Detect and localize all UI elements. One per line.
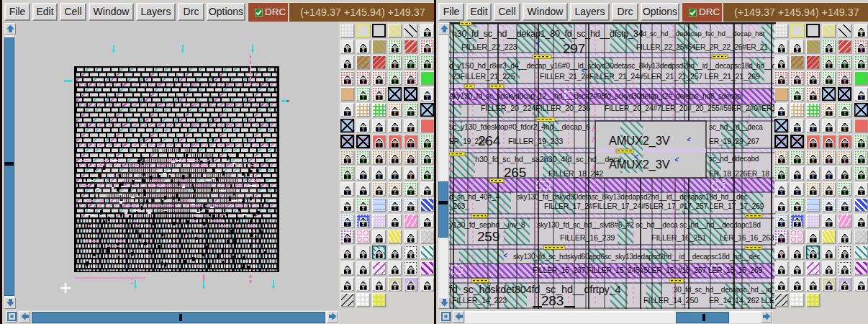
svg-text:h30_fd_sc_hd__sa2h30_4fd_sc_hd: h30_fd_sc_hd__sa2h30_4fd_sc_hd__deca	[475, 155, 622, 163]
svg-text:sc_hd__d__deca: sc_hd__d__deca	[709, 123, 763, 131]
svg-text:d_sc_hd_40#_4: d_sc_hd_40#_4	[449, 193, 499, 201]
svg-text:FILLER_16_251: FILLER_16_251	[651, 233, 706, 242]
svg-text:FILLER_14_250: FILLER_14_250	[643, 296, 698, 305]
svg-text:23FILLER_21_225: 23FILLER_21_225	[452, 72, 515, 81]
svg-text:sc_hd_ddecabd: sc_hd_ddecabd	[709, 155, 759, 163]
svg-text:AMUX2_3V: AMUX2_3V	[609, 158, 670, 171]
svg-text:259: 259	[477, 229, 499, 244]
svg-text:FILLER_22_223: FILLER_22_223	[461, 42, 517, 51]
svg-text:FILLER_20_224FILLER_20_236: FILLER_20_224FILLER_20_236	[481, 104, 590, 112]
svg-text:fd_sc_hdskdet804fd_sc_hd__dfrt: fd_sc_hdskdet804fd_sc_hd__dfrtpy_4	[449, 284, 620, 295]
svg-text:ER_14_14_262 LLER_14: ER_14_14_262 LLER_14	[709, 297, 776, 305]
svg-text:FILLER_22_25#54ER_2R_22_26#ER_: FILLER_22_25#54ER_2R_22_26#ER_21	[636, 43, 768, 51]
svg-text:FILLER_20_24#7LER_20#_20_255#5: FILLER_20_24#7LER_20#_20_255#59ER_2#0#ER…	[605, 104, 776, 112]
svg-text:sky130_fd_sc_hdskyd60apd6sc_sk: sky130_fd_sc_hdskyd60apd6sc_sky13dedapsd…	[513, 253, 760, 261]
svg-text:apsd2hd__id__decapsc18d_hd__de: apsd2hd__id__decapsc18d_hd__dec	[668, 62, 776, 70]
svg-text:264: 264	[478, 133, 501, 148]
svg-text:FILLER_19_233: FILLER_19_233	[508, 137, 563, 145]
svg-text:FILLER_17_2#FILLER_17_24#5LER_: FILLER_17_2#FILLER_17_24#5LER_17_#17_257…	[544, 202, 764, 210]
svg-text:LER_16_16_263LLER_16: LER_16_16_263LLER_16	[720, 234, 776, 242]
svg-text:FILLER_21_2#FILLER_21_24#5LER_: FILLER_21_2#FILLER_21_24#5LER_21_21_257 …	[540, 72, 760, 81]
svg-text:297: 297	[563, 41, 585, 56]
svg-text:265: 265	[504, 165, 526, 180]
svg-text:30_fd_sc_hd__decapsc_hd__id__d: 30_fd_sc_hd__decapsc_hd__id__decab_s2hd	[674, 286, 776, 294]
svg-text:ER_19_29_267: ER_19_29_267	[709, 138, 759, 145]
svg-text:y130_fd_sephd__inv_8: y130_fd_sephd__inv_8	[449, 220, 525, 229]
svg-text:h30_fd_sc_hd__dekap1_80_fd_sc_: h30_fd_sc_hd__dekap1_80_fd_sc_hd__dfstp_…	[452, 29, 643, 39]
svg-text:ER_18_226ER_18: ER_18_226ER_18	[709, 170, 769, 178]
svg-text:AMUX2_3V: AMUX2_3V	[609, 134, 670, 148]
svg-text:_263_: _263_	[448, 202, 469, 210]
svg-text:d_y1S0_hd_r8or3_d4__decap_y16#: d_y1S0_hd_r8or3_d4__decap_y16#0__ld_scky…	[449, 62, 672, 70]
svg-text:FILLER_14_223: FILLER_14_223	[452, 296, 507, 305]
svg-text:FILLER_16_239: FILLER_16_239	[560, 233, 615, 242]
svg-text:sky130_fd_bskyd30detasc_8ky13d: sky130_fd_bskyd30detasc_8ky13dedapsd2hd_…	[517, 193, 748, 201]
svg-text:FILLER_15_237 FILLER_15_245#5L: FILLER_15_237 FILLER_15_245#5LER_15_#15_…	[533, 266, 762, 274]
svg-text:sky130_fd_sc_hdskyd0cap_12__hd: sky130_fd_sc_hdskyd0cap_12__hd___deca2#0…	[450, 92, 741, 100]
svg-text:FILLER_18_242: FILLER_18_242	[548, 169, 603, 178]
svg-text:fd_sc_hd__dedecap_fsc_hd__deca: fd_sc_hd__dedecap_fsc_hd__decap_h8t	[641, 30, 765, 37]
svg-text:sky130_fd_sc_hd__slvt8#6_#2 sc: sky130_fd_sc_hd__slvt8#6_#2 sc_hd__deca …	[537, 221, 761, 229]
svg-text:283: 283	[541, 293, 564, 308]
svg-text:sc_y130_fdesktop#0_fdor2_4hd__: sc_y130_fdesktop#0_fdor2_4hd__decap_6	[449, 122, 590, 131]
